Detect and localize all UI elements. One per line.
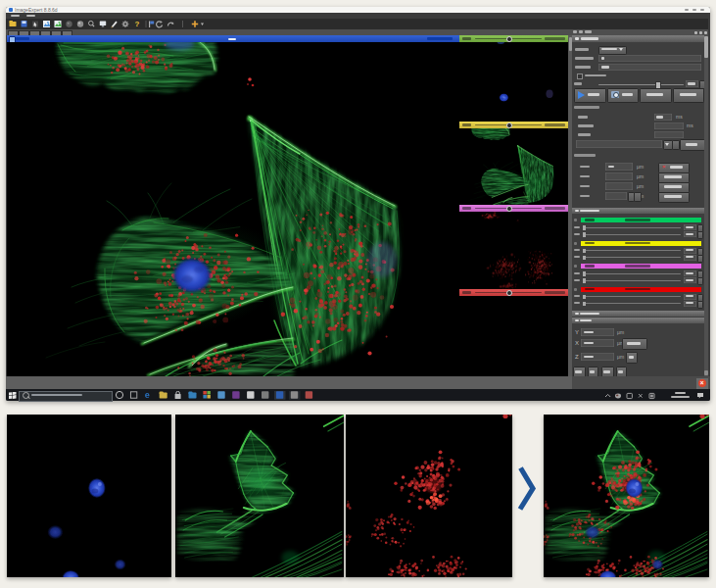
svg-text:e: e [145,391,150,400]
svg-text:?: ? [135,20,140,28]
